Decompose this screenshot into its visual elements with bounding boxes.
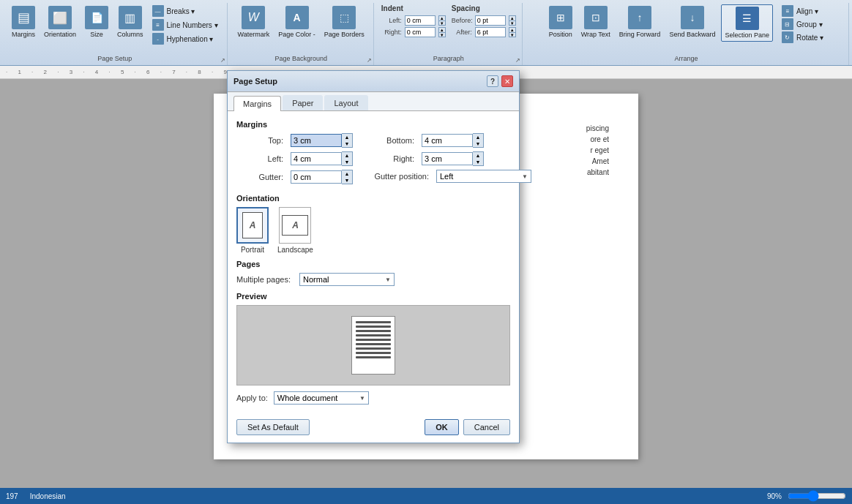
hyphenation-label: Hyphenation ▾ [167, 35, 214, 43]
indent-left-input[interactable] [405, 15, 436, 26]
bottom-spin-up[interactable]: ▲ [473, 134, 483, 140]
align-button[interactable]: ≡ Align ▾ [779, 4, 826, 18]
margins-section-label: Margins [236, 120, 510, 129]
watermark-button[interactable]: W Watermark [235, 4, 273, 40]
preview-line-4 [356, 334, 391, 336]
right-label: Right: [367, 154, 419, 163]
spacing-after-spin: ▲ ▼ [509, 27, 516, 37]
portrait-option[interactable]: A Portrait [236, 207, 269, 254]
right-spin-down[interactable]: ▼ [473, 159, 483, 165]
wrap-text-button[interactable]: ⊡ Wrap Text [578, 4, 613, 40]
indent-right-input[interactable] [405, 27, 436, 37]
landscape-option[interactable]: A Landscape [277, 207, 313, 254]
size-label: Size [90, 31, 103, 39]
bring-forward-icon: ↑ [628, 6, 651, 29]
indent-left-down[interactable]: ▼ [438, 20, 446, 26]
page-setup-expand-icon[interactable]: ↗ [220, 57, 225, 64]
line-numbers-label: Line Numbers ▾ [167, 21, 218, 29]
wrap-text-label: Wrap Text [581, 31, 610, 39]
page-count: 197 [6, 492, 18, 500]
left-spin-down[interactable]: ▼ [342, 159, 352, 165]
gutter-pos-label: Gutter position: [367, 172, 433, 181]
position-button[interactable]: ⊞ Position [546, 4, 575, 40]
indent-left-label: Left: [381, 17, 402, 24]
line-numbers-button[interactable]: ≡ Line Numbers ▾ [149, 18, 221, 31]
left-label: Left: [236, 154, 288, 163]
spacing-before-down[interactable]: ▼ [509, 20, 516, 26]
tab-layout[interactable]: Layout [324, 95, 367, 110]
gutter-spin-down[interactable]: ▼ [342, 177, 352, 184]
send-backward-button[interactable]: ↓ Send Backward [666, 4, 718, 40]
spacing-after-up[interactable]: ▲ [509, 27, 516, 32]
gutter-spin-up[interactable]: ▲ [342, 170, 352, 177]
paragraph-expand-icon[interactable]: ↗ [515, 57, 520, 64]
indent-left-up[interactable]: ▲ [438, 15, 446, 20]
page-color-button[interactable]: A Page Color - [275, 4, 318, 40]
spacing-before-spin: ▲ ▼ [509, 15, 516, 26]
zoom-slider[interactable] [788, 490, 846, 502]
page-background-expand-icon[interactable]: ↗ [367, 57, 372, 64]
rotate-button[interactable]: ↻ Rotate ▾ [779, 31, 826, 44]
spacing-after-down[interactable]: ▼ [509, 32, 516, 37]
preview-line-7 [356, 347, 391, 350]
rotate-icon: ↻ [782, 31, 793, 43]
orientation-label: Orientation [44, 31, 76, 39]
multiple-pages-select[interactable]: Normal ▼ [299, 273, 395, 286]
left-spin-up[interactable]: ▲ [342, 152, 352, 159]
preview-label: Preview [236, 292, 510, 301]
top-spin-up[interactable]: ▲ [342, 134, 352, 140]
orientation-icon: ⬜ [48, 6, 72, 29]
breaks-label: Breaks ▾ [167, 7, 195, 15]
indent-right-up[interactable]: ▲ [438, 27, 446, 32]
margins-icon: ▤ [12, 6, 35, 29]
hyphenation-button[interactable]: - Hyphenation ▾ [149, 32, 221, 45]
size-button[interactable]: 📄 Size [82, 4, 111, 40]
selection-pane-button[interactable]: ☰ Selection Pane [721, 4, 773, 42]
ribbon-breaks-group: — Breaks ▾ ≡ Line Numbers ▾ - Hyphenatio… [149, 4, 221, 45]
group-button[interactable]: ⊟ Group ▾ [779, 18, 826, 31]
bring-forward-label: Bring Forward [619, 31, 661, 39]
multiple-pages-value: Normal [303, 275, 329, 284]
right-margin-input[interactable] [422, 152, 473, 165]
gutter-position-select[interactable]: Left ▼ [436, 170, 531, 183]
status-bar: 197 Indonesian 90% [0, 488, 852, 504]
apply-to-select[interactable]: Whole document ▼ [274, 391, 369, 405]
right-margin-row: Right: ▲ ▼ [367, 151, 531, 166]
breaks-button[interactable]: — Breaks ▾ [149, 4, 221, 18]
landscape-icon-box: A [279, 207, 311, 244]
ribbon-group-page-background: W Watermark A Page Color - ⬚ Page Border… [229, 3, 374, 65]
dialog-close-button[interactable]: ✕ [501, 75, 513, 87]
dialog-help-button[interactable]: ? [487, 75, 498, 87]
gutter-margin-input[interactable] [291, 170, 342, 184]
gutter-input-group: ▲ ▼ [291, 170, 353, 184]
dialog-controls: ? ✕ [487, 75, 513, 87]
top-margin-input[interactable] [291, 134, 342, 147]
align-label: Align ▾ [796, 7, 818, 15]
top-spin-down[interactable]: ▼ [342, 140, 352, 147]
spacing-after-row: After: ▲ ▼ [452, 27, 516, 37]
indent-right-down[interactable]: ▼ [438, 32, 446, 37]
tab-paper[interactable]: Paper [283, 95, 323, 110]
tab-margins[interactable]: Margins [233, 96, 281, 111]
cancel-button[interactable]: Cancel [463, 419, 510, 435]
margins-button[interactable]: ▤ Margins [9, 4, 38, 40]
indent-right-spin: ▲ ▼ [438, 27, 446, 37]
bring-forward-button[interactable]: ↑ Bring Forward [616, 4, 664, 40]
dialog-titlebar: Page Setup ? ✕ [228, 71, 519, 92]
set-as-default-button[interactable]: Set As Default [236, 419, 310, 435]
left-margin-input[interactable] [291, 152, 342, 165]
bottom-margin-input[interactable] [422, 134, 473, 147]
portrait-label: Portrait [241, 246, 264, 254]
spacing-before-input[interactable] [475, 15, 506, 26]
bottom-spin-down[interactable]: ▼ [473, 140, 483, 147]
ok-button[interactable]: OK [425, 419, 459, 435]
margins-two-col: Top: ▲ ▼ Left: [236, 133, 510, 188]
orientation-button[interactable]: ⬜ Orientation [41, 4, 79, 40]
spacing-after-input[interactable] [475, 27, 506, 37]
ribbon-group-arrange: ⊞ Position ⊡ Wrap Text ↑ Bring Forward ↓… [524, 3, 849, 65]
page-borders-button[interactable]: ⬚ Page Borders [321, 4, 367, 40]
columns-button[interactable]: ▥ Columns [114, 4, 146, 40]
spacing-before-up[interactable]: ▲ [509, 15, 516, 20]
top-label: Top: [236, 136, 288, 145]
right-spin-up[interactable]: ▲ [473, 152, 483, 159]
